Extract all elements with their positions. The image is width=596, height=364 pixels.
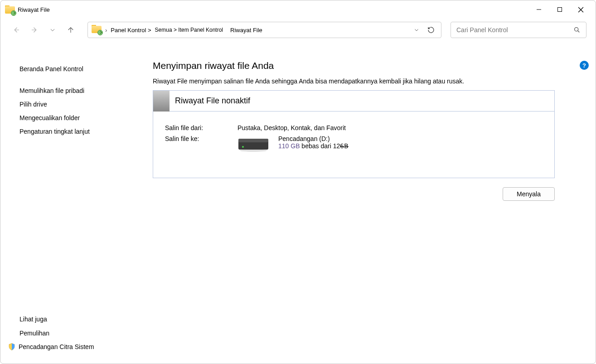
sidebar-link-select-drive[interactable]: Pilih drive [19, 98, 130, 110]
copy-from-label: Salin file dari: [165, 124, 237, 131]
address-dropdown-button[interactable] [412, 27, 421, 33]
drive-space: 110 GB bebas dari 126̶B̶ [278, 142, 349, 150]
page-heading: Menyimpan riwayat file Anda [153, 60, 555, 71]
forward-button[interactable] [27, 22, 42, 38]
page-subtitle: Riwayat File menyimpan salinan file Anda… [153, 78, 555, 85]
sidebar-link-exclude-folders[interactable]: Mengecualikan folder [19, 112, 130, 124]
breadcrumb-seg-1[interactable]: Panel Kontrol > [111, 27, 151, 34]
svg-point-12 [240, 149, 267, 152]
folder-icon [92, 25, 102, 35]
search-icon[interactable] [573, 26, 581, 34]
app-icon [5, 5, 13, 14]
shield-icon [8, 343, 16, 351]
window-title: Riwayat File [18, 6, 50, 13]
status-title: Riwayat File nonaktif [175, 96, 250, 106]
breadcrumb-seg-2[interactable]: Semua > Item Panel Kontrol [155, 27, 223, 33]
minimize-button[interactable] [528, 2, 549, 17]
refresh-button[interactable] [425, 26, 437, 34]
close-button[interactable] [570, 2, 591, 17]
status-box: Riwayat File nonaktif Salin file dari: P… [153, 90, 555, 178]
nav-toolbar: › Panel Kontrol > Semua > Item Panel Kon… [0, 19, 596, 41]
copy-to-label: Salin file ke: [165, 135, 237, 153]
address-bar[interactable]: › Panel Kontrol > Semua > Item Panel Kon… [87, 22, 441, 38]
main-content: Menyimpan riwayat file Anda Riwayat File… [141, 45, 596, 361]
back-button[interactable] [9, 22, 24, 38]
svg-rect-1 [558, 8, 562, 12]
copy-from-value: Pustaka, Desktop, Kontak, dan Favorit [237, 124, 346, 131]
svg-point-11 [242, 146, 244, 148]
drive-name: Pencadangan (D:) [278, 135, 349, 142]
sidebar-home[interactable]: Beranda Panel Kontrol [19, 63, 130, 75]
see-also-recovery[interactable]: Pemulihan [19, 327, 130, 339]
see-also-header: Lihat juga [19, 315, 130, 323]
svg-point-7 [575, 28, 578, 31]
turn-on-button[interactable]: Menyala [503, 187, 555, 201]
maximize-button[interactable] [549, 2, 570, 17]
recent-locations-button[interactable] [45, 22, 60, 38]
breadcrumb-seg-3[interactable]: Riwayat File [230, 27, 262, 34]
title-bar: Riwayat File [0, 0, 596, 19]
drive-free: 110 GB [278, 142, 300, 150]
svg-rect-10 [238, 139, 268, 142]
sidebar-link-advanced[interactable]: Pengaturan tingkat lanjut [19, 126, 130, 137]
search-input[interactable] [456, 26, 573, 34]
search-box[interactable] [451, 22, 586, 38]
see-also-system-image[interactable]: Pencadangan Citra Sistem [19, 341, 94, 353]
status-indicator-icon [153, 91, 170, 112]
sidebar: Beranda Panel Kontrol Memulihkan file pr… [0, 45, 141, 361]
up-button[interactable] [63, 22, 78, 38]
svg-line-8 [578, 31, 580, 33]
sidebar-link-restore[interactable]: Memulihkan file pribadi [19, 85, 130, 97]
status-header: Riwayat File nonaktif [153, 91, 554, 112]
drive-icon [237, 137, 269, 153]
drive-rest: bebas dari 126̶B̶ [300, 142, 349, 150]
chevron-right-icon: › [105, 27, 107, 34]
